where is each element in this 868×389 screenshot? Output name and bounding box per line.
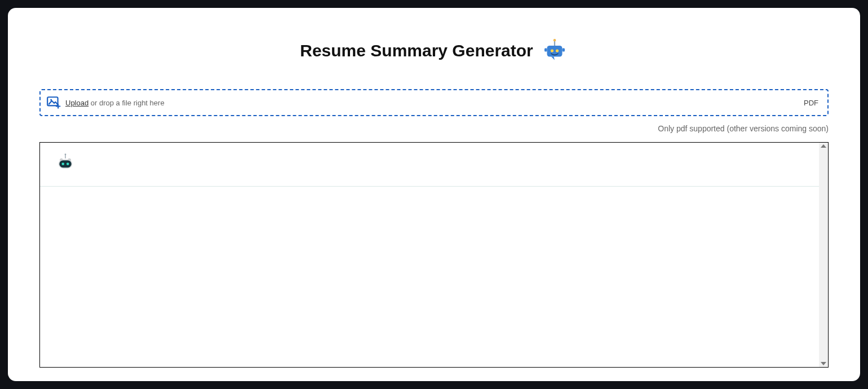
svg-point-4 <box>556 49 559 52</box>
app-card: Resume Summary Generator <box>8 8 860 381</box>
bot-avatar-icon <box>56 153 75 172</box>
svg-point-6 <box>553 39 556 42</box>
accepted-type-badge: PDF <box>804 99 822 107</box>
robot-chat-icon <box>541 37 568 64</box>
chat-empty-space <box>40 187 819 367</box>
dropzone-left: Upload or drop a file right here <box>46 95 799 110</box>
title-row: Resume Summary Generator <box>39 37 829 64</box>
dropzone-hint: or drop a file right here <box>88 99 164 107</box>
chat-scroll[interactable] <box>40 143 819 367</box>
svg-rect-1 <box>544 48 547 52</box>
svg-point-9 <box>50 99 52 101</box>
svg-rect-2 <box>562 48 565 52</box>
upload-link[interactable]: Upload <box>65 99 88 107</box>
svg-point-18 <box>61 163 64 166</box>
file-dropzone[interactable]: Upload or drop a file right here PDF <box>39 89 829 116</box>
svg-point-13 <box>65 153 67 155</box>
svg-marker-7 <box>551 57 555 60</box>
svg-point-19 <box>67 163 69 166</box>
page-title: Resume Summary Generator <box>300 41 533 60</box>
scroll-down-icon <box>821 362 826 365</box>
helper-row: Only pdf supported (other versions comin… <box>39 124 829 133</box>
chat-message-row <box>40 143 819 187</box>
svg-rect-16 <box>59 160 72 168</box>
chat-area <box>39 142 829 368</box>
scroll-up-icon <box>821 144 826 148</box>
helper-text: Only pdf supported (other versions comin… <box>658 124 829 133</box>
svg-point-3 <box>551 49 553 52</box>
image-upload-icon <box>46 95 61 110</box>
scrollbar[interactable] <box>819 143 828 367</box>
